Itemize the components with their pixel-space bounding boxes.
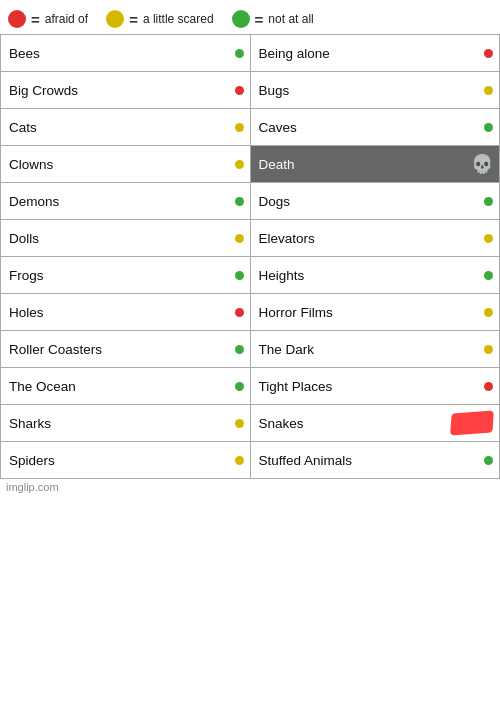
right-cell: Being alone bbox=[250, 35, 500, 72]
left-cell: Big Crowds bbox=[1, 72, 251, 109]
table-row: The OceanTight Places bbox=[1, 368, 500, 405]
green-dot bbox=[235, 197, 244, 206]
fear-label: Death bbox=[259, 157, 295, 172]
right-cell: Tight Places bbox=[250, 368, 500, 405]
green-dot bbox=[484, 197, 493, 206]
green-dot bbox=[235, 49, 244, 58]
fear-label: The Ocean bbox=[9, 379, 76, 394]
right-cell: Bugs bbox=[250, 72, 500, 109]
green-dot bbox=[235, 271, 244, 280]
table-row: Big CrowdsBugs bbox=[1, 72, 500, 109]
table-row: DemonsDogs bbox=[1, 183, 500, 220]
fear-label: Cats bbox=[9, 120, 37, 135]
afraid-label: afraid of bbox=[45, 12, 88, 26]
left-cell: Spiders bbox=[1, 442, 251, 479]
right-cell: Death💀 bbox=[250, 146, 500, 183]
green-dot bbox=[235, 382, 244, 391]
green-dot bbox=[484, 271, 493, 280]
yellow-dot bbox=[235, 160, 244, 169]
fear-label: Elevators bbox=[259, 231, 315, 246]
fear-label: Frogs bbox=[9, 268, 44, 283]
fear-label: Tight Places bbox=[259, 379, 333, 394]
green-circle bbox=[232, 10, 250, 28]
fear-label: Roller Coasters bbox=[9, 342, 102, 357]
yellow-dot bbox=[484, 86, 493, 95]
yellow-dot bbox=[484, 234, 493, 243]
fear-label: Big Crowds bbox=[9, 83, 78, 98]
legend-afraid: = afraid of bbox=[8, 10, 88, 28]
fear-label: The Dark bbox=[259, 342, 315, 357]
table-row: SharksSnakes bbox=[1, 405, 500, 442]
scared-label: a little scared bbox=[143, 12, 214, 26]
table-row: DollsElevators bbox=[1, 220, 500, 257]
fear-label: Holes bbox=[9, 305, 44, 320]
fear-label: Demons bbox=[9, 194, 59, 209]
red-dot bbox=[235, 86, 244, 95]
left-cell: Bees bbox=[1, 35, 251, 72]
green-dot bbox=[235, 345, 244, 354]
notatall-label: not at all bbox=[268, 12, 313, 26]
red-dot bbox=[484, 382, 493, 391]
table-row: Roller CoastersThe Dark bbox=[1, 331, 500, 368]
red-dot bbox=[235, 308, 244, 317]
watermark: imglip.com bbox=[0, 479, 500, 495]
fear-label: Horror Films bbox=[259, 305, 333, 320]
yellow-circle bbox=[106, 10, 124, 28]
table-row: ClownsDeath💀 bbox=[1, 146, 500, 183]
fear-label: Being alone bbox=[259, 46, 330, 61]
right-cell: Stuffed Animals bbox=[250, 442, 500, 479]
yellow-dot bbox=[484, 345, 493, 354]
eq3: = bbox=[255, 11, 264, 28]
death-emoji: 💀 bbox=[471, 153, 493, 175]
fear-label: Spiders bbox=[9, 453, 55, 468]
legend-scared: = a little scared bbox=[106, 10, 213, 28]
yellow-dot bbox=[484, 308, 493, 317]
yellow-dot bbox=[235, 419, 244, 428]
right-cell: Horror Films bbox=[250, 294, 500, 331]
header: = afraid of = a little scared = not at a… bbox=[0, 0, 500, 34]
right-cell: Caves bbox=[250, 109, 500, 146]
red-scribble bbox=[450, 411, 494, 436]
fear-label: Dogs bbox=[259, 194, 291, 209]
right-cell: The Dark bbox=[250, 331, 500, 368]
fear-label: Clowns bbox=[9, 157, 53, 172]
green-dot bbox=[484, 123, 493, 132]
left-cell: Holes bbox=[1, 294, 251, 331]
table-row: BeesBeing alone bbox=[1, 35, 500, 72]
right-cell: Snakes bbox=[250, 405, 500, 442]
fear-label: Bugs bbox=[259, 83, 290, 98]
table-row: SpidersStuffed Animals bbox=[1, 442, 500, 479]
fear-label: Snakes bbox=[259, 416, 304, 431]
fears-table: BeesBeing aloneBig CrowdsBugsCatsCavesCl… bbox=[0, 34, 500, 479]
table-row: CatsCaves bbox=[1, 109, 500, 146]
right-cell: Dogs bbox=[250, 183, 500, 220]
fear-label: Sharks bbox=[9, 416, 51, 431]
left-cell: Cats bbox=[1, 109, 251, 146]
left-cell: Dolls bbox=[1, 220, 251, 257]
left-cell: Clowns bbox=[1, 146, 251, 183]
fear-label: Heights bbox=[259, 268, 305, 283]
yellow-dot bbox=[235, 456, 244, 465]
fear-label: Caves bbox=[259, 120, 297, 135]
left-cell: Sharks bbox=[1, 405, 251, 442]
yellow-dot bbox=[235, 123, 244, 132]
legend-notatall: = not at all bbox=[232, 10, 314, 28]
left-cell: Demons bbox=[1, 183, 251, 220]
fear-label: Bees bbox=[9, 46, 40, 61]
fear-label: Dolls bbox=[9, 231, 39, 246]
left-cell: Frogs bbox=[1, 257, 251, 294]
eq2: = bbox=[129, 11, 138, 28]
left-cell: Roller Coasters bbox=[1, 331, 251, 368]
red-dot bbox=[484, 49, 493, 58]
right-cell: Heights bbox=[250, 257, 500, 294]
fear-label: Stuffed Animals bbox=[259, 453, 353, 468]
yellow-dot bbox=[235, 234, 244, 243]
table-row: HolesHorror Films bbox=[1, 294, 500, 331]
eq1: = bbox=[31, 11, 40, 28]
table-row: FrogsHeights bbox=[1, 257, 500, 294]
left-cell: The Ocean bbox=[1, 368, 251, 405]
red-circle bbox=[8, 10, 26, 28]
green-dot bbox=[484, 456, 493, 465]
right-cell: Elevators bbox=[250, 220, 500, 257]
